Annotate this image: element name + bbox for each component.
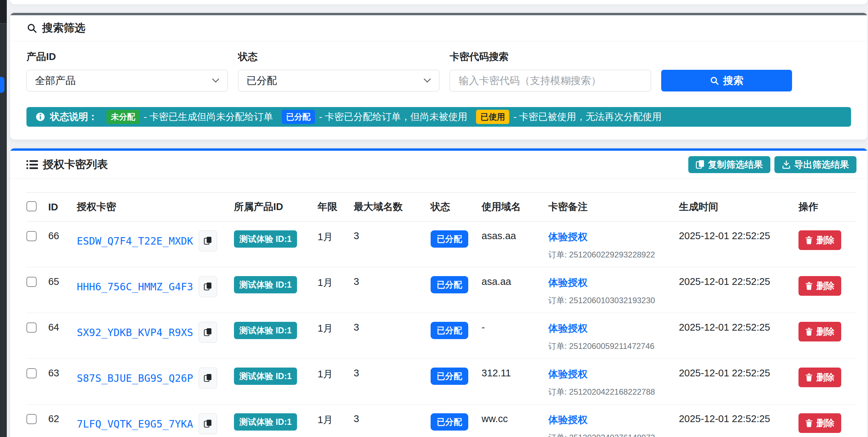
row-domain: asa.aa — [481, 267, 548, 313]
status-explain-bar: 状态说明： 未分配 - 卡密已生成但尚未分配给订单 已分配 - 卡密已分配给订单… — [26, 107, 851, 127]
row-domain: asas.aa — [481, 222, 548, 267]
status-badge: 已分配 — [431, 413, 468, 431]
col-actions: 操作 — [798, 193, 856, 222]
license-list-card: 授权卡密列表 复制筛选结果 导出筛选结果 — [10, 148, 867, 437]
row-id: 64 — [48, 313, 77, 359]
col-years: 年限 — [318, 193, 354, 222]
row-domain: - — [481, 313, 548, 359]
status-badge: 已分配 — [431, 276, 468, 293]
copy-code-button[interactable] — [199, 276, 217, 297]
delete-button[interactable]: 删除 — [798, 368, 841, 387]
note-link[interactable]: 体验授权 — [548, 369, 588, 379]
code-search-input[interactable] — [458, 75, 643, 87]
row-checkbox[interactable] — [26, 231, 37, 241]
copy-code-button[interactable] — [199, 230, 217, 251]
row-max-domains: 3 — [354, 267, 431, 313]
row-id: 62 — [48, 404, 77, 437]
copy-results-label: 复制筛选结果 — [708, 159, 763, 171]
col-created: 生成时间 — [679, 193, 798, 222]
order-number: 订单: 2512020340276148973 — [548, 432, 676, 437]
copy-code-button[interactable] — [199, 368, 217, 389]
row-id: 65 — [48, 267, 77, 313]
row-created: 2025-12-01 22:52:25 — [679, 313, 798, 359]
status-badge-used: 已使用 — [476, 110, 509, 124]
row-created: 2025-12-01 22:52:25 — [679, 404, 798, 437]
order-number: 订单: 2512060229293228922 — [548, 249, 676, 260]
row-checkbox[interactable] — [26, 277, 37, 287]
product-id-label: 产品ID — [26, 50, 228, 64]
trash-icon — [805, 328, 813, 336]
row-years: 1月 — [318, 404, 354, 437]
license-code: HHH6_756C_HMMZ_G4F3 — [77, 281, 193, 293]
order-number: 订单: 2512020422168222788 — [548, 387, 676, 397]
row-max-domains: 3 — [354, 404, 431, 437]
product-badge: 测试体验 ID:1 — [234, 413, 297, 431]
row-max-domains: 3 — [354, 359, 431, 404]
list-icon — [26, 160, 38, 170]
code-search-label: 卡密代码搜索 — [450, 50, 651, 64]
status-badge: 已分配 — [431, 230, 468, 248]
status-badge-unassigned: 未分配 — [106, 110, 140, 124]
row-domain: ww.cc — [481, 404, 548, 437]
license-code: S87S_BJUE_BG9S_Q26P — [77, 372, 193, 384]
copy-code-button[interactable] — [199, 322, 217, 343]
row-max-domains: 3 — [354, 222, 431, 267]
chevron-down-icon — [212, 78, 219, 83]
row-id: 66 — [48, 222, 77, 267]
row-checkbox[interactable] — [26, 322, 37, 333]
order-number: 订单: 2512060103032193230 — [548, 295, 676, 306]
copy-icon — [696, 160, 705, 169]
copy-results-button[interactable]: 复制筛选结果 — [688, 156, 770, 173]
search-button-label: 搜索 — [723, 74, 744, 88]
col-domain: 使用域名 — [481, 193, 548, 222]
delete-button-label: 删除 — [816, 234, 834, 246]
search-filter-card: 搜索筛选 产品ID 全部产品 状态 已分配 — [10, 13, 867, 140]
export-results-button[interactable]: 导出筛选结果 — [774, 156, 856, 173]
note-link[interactable]: 体验授权 — [548, 231, 588, 242]
status-badge: 已分配 — [431, 322, 468, 339]
row-created: 2025-12-01 22:52:25 — [679, 267, 798, 313]
status-desc-used: - 卡密已被使用，无法再次分配使用 — [513, 110, 662, 123]
note-link[interactable]: 体验授权 — [548, 323, 588, 334]
row-years: 1月 — [318, 267, 354, 313]
sidebar-rail — [0, 0, 7, 437]
sidebar-active-item[interactable] — [0, 77, 4, 93]
status-desc-assigned: - 卡密已分配给订单，但尚未被使用 — [319, 110, 467, 123]
status-explain-label: 状态说明： — [50, 110, 98, 123]
product-badge: 测试体验 ID:1 — [234, 276, 297, 293]
row-checkbox[interactable] — [26, 414, 37, 424]
info-icon — [35, 112, 45, 122]
delete-button[interactable]: 删除 — [798, 276, 841, 296]
delete-button[interactable]: 删除 — [798, 322, 841, 341]
status-desc-unassigned: - 卡密已生成但尚未分配给订单 — [144, 110, 273, 123]
search-icon — [710, 76, 719, 85]
delete-button-label: 删除 — [816, 280, 834, 292]
row-years: 1月 — [318, 313, 354, 359]
table-row: 65 HHH6_756C_HMMZ_G4F3 测试体验 ID:1 1月 3 已分… — [26, 267, 856, 313]
table-row: 63 S87S_BJUE_BG9S_Q26P 测试体验 ID:1 1月 3 已分… — [26, 359, 856, 404]
delete-button[interactable]: 删除 — [798, 413, 841, 433]
table-header-row: ID 授权卡密 所属产品ID 年限 最大域名数 状态 使用域名 卡密备注 生成时… — [26, 193, 856, 222]
row-checkbox[interactable] — [26, 368, 37, 378]
status-select[interactable]: 已分配 — [238, 70, 439, 91]
product-badge: 测试体验 ID:1 — [234, 322, 297, 339]
chevron-down-icon — [423, 78, 431, 83]
product-select[interactable]: 全部产品 — [26, 70, 228, 91]
note-link[interactable]: 体验授权 — [548, 277, 588, 288]
card-accent-bar — [10, 148, 867, 151]
col-id: ID — [48, 193, 77, 222]
copy-code-button[interactable] — [199, 413, 217, 434]
col-status: 状态 — [431, 193, 481, 222]
trash-icon — [805, 373, 813, 381]
filter-card-header: 搜索筛选 — [10, 15, 867, 41]
sidebar-header-edge — [0, 0, 7, 24]
select-all-checkbox[interactable] — [26, 201, 37, 211]
note-link[interactable]: 体验授权 — [548, 414, 588, 425]
trash-icon — [805, 236, 813, 244]
delete-button[interactable]: 删除 — [798, 230, 841, 250]
top-card-edge — [10, 0, 867, 4]
row-created: 2025-12-01 22:52:25 — [679, 222, 798, 267]
search-button[interactable]: 搜索 — [661, 70, 792, 91]
row-years: 1月 — [318, 359, 354, 404]
list-card-header: 授权卡密列表 复制筛选结果 导出筛选结果 — [10, 151, 867, 179]
